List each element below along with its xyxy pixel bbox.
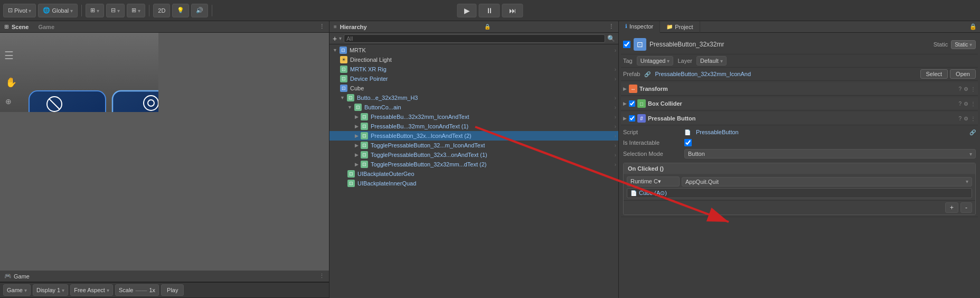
light-button[interactable]: 💡 xyxy=(172,4,189,17)
grid-button[interactable]: ⊞ xyxy=(127,4,145,17)
2d-button[interactable]: 2D xyxy=(153,4,170,17)
object-name[interactable]: PressableButton_32x32mr xyxy=(649,41,930,48)
add-hierarchy-button[interactable]: + xyxy=(333,34,337,43)
game-icon: 🎮 xyxy=(4,273,12,280)
pressable-button-header[interactable]: ▶ # Pressable Button ? ⚙ ⋮ xyxy=(621,112,978,125)
prefab-link-icon: 🔗 xyxy=(644,71,651,77)
hierarchy-search[interactable] xyxy=(344,34,605,43)
global-button[interactable]: 🌐 Global xyxy=(38,4,78,17)
pressable-2-label: PressableBu...32mm_IconAndText (1) xyxy=(371,123,468,129)
active-checkbox[interactable] xyxy=(623,41,630,48)
scene-panel-title[interactable]: Scene xyxy=(12,24,29,30)
pause-button[interactable]: ⏸ xyxy=(479,4,500,17)
scene-panel-menu[interactable]: ⋮ xyxy=(319,23,325,30)
display-dropdown[interactable]: Display 1 xyxy=(33,284,68,296)
hierarchy-panel-header: ≡ Hierarchy 🔒 ⋮ xyxy=(329,21,618,33)
hierarchy-item-mrtk[interactable]: ▼ ⊡ MRTK › xyxy=(329,45,618,55)
transform-more[interactable]: ⋮ xyxy=(970,86,976,92)
game-header-title: Game xyxy=(14,273,30,280)
hierarchy-item-device-pointer[interactable]: ⊡ Device Pointer › xyxy=(329,74,618,83)
runtime-dropdown[interactable]: Runtime C▾ xyxy=(627,176,680,187)
hierarchy-menu[interactable]: ⋮ xyxy=(608,23,614,30)
script-value[interactable]: PressableButton xyxy=(696,129,966,135)
add-event-button[interactable]: + xyxy=(945,202,958,213)
cube-icon: ⊡ xyxy=(340,85,347,92)
transform-settings[interactable]: ⚙ xyxy=(964,86,968,92)
button-container-arrow[interactable]: ▼ xyxy=(347,105,352,110)
pivot-icon: ⊡ xyxy=(8,7,13,14)
hierarchy-item-pressable-3[interactable]: ▶ ⊡ PressableButton_32x...IconAndText (2… xyxy=(329,131,618,141)
main-layout: ⊞ Scene Game ⋮ xyxy=(0,21,980,298)
box-collider-more[interactable]: ⋮ xyxy=(970,101,976,107)
hierarchy-item-pressable-2[interactable]: ▶ ⊡ PressableBu...32mm_IconAndText (1) › xyxy=(329,122,618,131)
script-label: Script xyxy=(623,129,681,135)
game-tab[interactable]: Game xyxy=(38,24,54,30)
pressable-3-arrow[interactable]: ▶ xyxy=(355,133,359,138)
hierarchy-lock[interactable]: 🔒 xyxy=(484,24,491,30)
button-group-arrow[interactable]: ▼ xyxy=(340,95,345,100)
snap-button[interactable]: ⊟ xyxy=(106,4,125,17)
remove-event-button[interactable]: - xyxy=(960,202,972,213)
runtime-value: Runtime C▾ xyxy=(630,178,661,185)
open-button[interactable]: Open xyxy=(950,69,976,79)
transform-help[interactable]: ? xyxy=(958,86,962,92)
script-link[interactable]: 🔗 xyxy=(969,129,976,135)
pivot-button[interactable]: ⊡ Pivot xyxy=(3,4,36,17)
on-clicked-row1: Runtime C▾ AppQuit.Quit xyxy=(627,176,972,187)
button-container-right: › xyxy=(615,105,616,110)
game-dropdown[interactable]: Game xyxy=(3,284,31,296)
box-collider-settings[interactable]: ⚙ xyxy=(964,101,968,107)
toggle-3-arrow[interactable]: ▶ xyxy=(355,162,359,167)
step-button[interactable]: ⏭ xyxy=(502,4,523,17)
box-collider-checkbox[interactable] xyxy=(629,100,635,107)
hierarchy-item-toggle-3[interactable]: ▶ ⊡ TogglePressableButton_32x32mm...dTex… xyxy=(329,160,618,169)
scene-viewport[interactable]: Hide Show Quit xyxy=(0,33,329,271)
add-arrow: ▾ xyxy=(339,35,342,41)
hierarchy-item-button-container[interactable]: ▼ ⊡ ButtonCo...ain › xyxy=(329,103,618,112)
layer-dropdown[interactable]: Default xyxy=(696,56,727,66)
cube-label: Cube xyxy=(350,85,364,91)
pressable-1-arrow[interactable]: ▶ xyxy=(355,114,359,119)
tag-dropdown[interactable]: Untagged xyxy=(637,56,674,66)
pressable-help[interactable]: ? xyxy=(958,116,962,122)
obj-ref[interactable]: 📄 Cube (A⊙) xyxy=(627,188,972,198)
play-button-game[interactable]: Play xyxy=(161,284,184,296)
mrtk-arrow[interactable]: ▼ xyxy=(333,48,337,53)
hierarchy-item-button-group[interactable]: ▼ ⊡ Butto...e_32x32mm_H3 › xyxy=(329,93,618,103)
tab-inspector[interactable]: ℹ Inspector xyxy=(619,21,660,33)
select-button[interactable]: Select xyxy=(920,69,948,79)
is-interactable-checkbox[interactable] xyxy=(684,139,692,146)
selection-mode-dropdown[interactable]: Button xyxy=(684,149,976,159)
pressable-2-arrow[interactable]: ▶ xyxy=(355,124,359,129)
func-dropdown[interactable]: AppQuit.Quit xyxy=(682,177,972,187)
hierarchy-item-backplate-outer[interactable]: ⊡ UIBackplateOuterGeo xyxy=(329,169,618,179)
box-collider-header[interactable]: ▶ □ Box Collider ? ⚙ ⋮ xyxy=(621,97,978,110)
inspector-lock[interactable]: 🔒 xyxy=(966,23,980,30)
aspect-dropdown[interactable]: Free Aspect xyxy=(70,284,113,296)
static-dropdown[interactable]: Static xyxy=(951,40,976,49)
toggle-2-arrow[interactable]: ▶ xyxy=(355,152,359,157)
pressable-settings[interactable]: ⚙ xyxy=(964,116,968,122)
transform-component-header[interactable]: ▶ ↔ Transform ? ⚙ ⋮ xyxy=(621,82,978,96)
pressable-checkbox[interactable] xyxy=(629,115,635,122)
layer-value: Default xyxy=(700,58,719,64)
game-header-menu[interactable]: ⋮ xyxy=(319,273,325,280)
hierarchy-item-xr-rig[interactable]: ⊡ MRTK XR Rig › xyxy=(329,64,618,74)
tab-project[interactable]: 📁 Project xyxy=(660,21,700,33)
play-button[interactable]: ▶ xyxy=(457,4,477,17)
hierarchy-item-cube[interactable]: ⊡ Cube xyxy=(329,83,618,93)
hierarchy-item-light[interactable]: ☀ Directional Light xyxy=(329,55,618,64)
hierarchy-item-backplate-inner[interactable]: ⊡ UIBackplateInnerQuad xyxy=(329,179,618,188)
sound-button[interactable]: 🔊 xyxy=(191,4,208,17)
hierarchy-item-toggle-2[interactable]: ▶ ⊡ TogglePressableButton_32x3...onAndTe… xyxy=(329,150,618,160)
game-panel-header: 🎮 Game ⋮ xyxy=(0,271,329,282)
hierarchy-item-toggle-1[interactable]: ▶ ⊡ TogglePressableButton_32...m_IconAnd… xyxy=(329,141,618,150)
scale-value: 1x xyxy=(149,287,155,293)
rect-tool-button[interactable]: ⊞ xyxy=(86,4,104,17)
toggle-1-right: › xyxy=(615,143,616,148)
pressable-more[interactable]: ⋮ xyxy=(970,116,976,122)
box-collider-help[interactable]: ? xyxy=(958,101,962,107)
scene-canvas: Hide Show Quit xyxy=(0,33,158,112)
hierarchy-item-pressable-1[interactable]: ▶ ⊡ PressableBu...32x32mm_IconAndText › xyxy=(329,112,618,122)
toggle-1-arrow[interactable]: ▶ xyxy=(355,143,359,148)
